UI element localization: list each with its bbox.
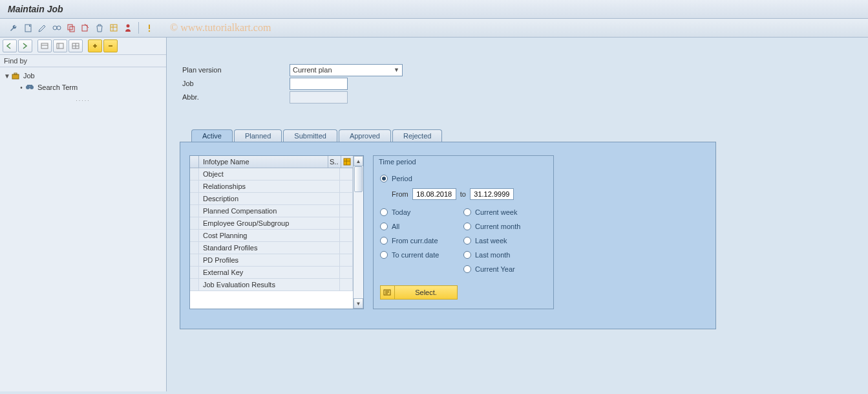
edit-icon[interactable]	[36, 21, 49, 34]
to-label: to	[460, 190, 466, 198]
table-row[interactable]: Cost Planning	[190, 230, 353, 242]
nav-forward-icon[interactable]	[18, 39, 32, 52]
table-header: Infotype Name S..	[190, 156, 353, 168]
svg-point-1	[53, 26, 57, 30]
header-form: Plan version Current plan ▼ Job Abbr.	[180, 63, 868, 104]
select-label: Select.	[395, 289, 457, 296]
svg-rect-25	[27, 85, 32, 86]
sidebar-tool2-icon[interactable]	[53, 39, 67, 52]
radio-from-curr-row[interactable]: From curr.date	[380, 234, 463, 248]
scroll-up-icon[interactable]: ▲	[354, 156, 363, 166]
table-row[interactable]: Object	[190, 168, 353, 181]
plan-version-dropdown[interactable]: Current plan ▼	[290, 64, 403, 76]
radio-curr-week-row[interactable]: Current week	[463, 205, 547, 219]
radio-all-row[interactable]: All	[380, 219, 463, 234]
radio-from-curr-label: From curr.date	[392, 237, 438, 245]
radio-curr-month-label: Current month	[475, 223, 520, 230]
cell-infotype: Employee Group/Subgroup	[199, 217, 340, 229]
radio-last-month[interactable]	[463, 251, 471, 259]
radio-curr-year[interactable]	[463, 265, 471, 273]
radio-today-row[interactable]: Today	[380, 205, 463, 219]
radio-curr-month[interactable]	[463, 223, 471, 230]
radio-last-week[interactable]	[463, 237, 471, 245]
svg-rect-26	[344, 159, 350, 165]
radio-curr-week[interactable]	[463, 208, 471, 216]
sidebar-tool3-icon[interactable]	[69, 39, 83, 52]
radio-period[interactable]	[380, 175, 388, 182]
cell-infotype: Standard Profiles	[199, 242, 340, 254]
delimit-icon[interactable]	[79, 21, 92, 34]
from-label: From	[392, 190, 408, 198]
cell-infotype: Cost Planning	[199, 230, 340, 241]
radio-today[interactable]	[380, 208, 388, 216]
nav-back-icon[interactable]	[3, 39, 17, 52]
cell-infotype: Job Evaluation Results	[199, 279, 340, 290]
overview-icon[interactable]	[107, 21, 120, 34]
radio-to-curr-row[interactable]: To current date	[380, 248, 463, 262]
display-icon[interactable]	[50, 21, 63, 34]
radio-curr-year-row[interactable]: Current Year	[463, 262, 547, 276]
svg-rect-8	[111, 25, 117, 31]
radio-last-week-row[interactable]: Last week	[463, 234, 547, 248]
radio-to-curr[interactable]	[380, 251, 388, 259]
wrench-icon[interactable]	[8, 21, 21, 34]
expand-all-icon[interactable]	[88, 39, 102, 52]
tab-approved[interactable]: Approved	[339, 129, 391, 142]
sidebar-tool1-icon[interactable]	[37, 39, 52, 52]
person-icon[interactable]	[122, 21, 134, 34]
col-status[interactable]: S..	[328, 156, 341, 168]
caret-down-icon[interactable]: ▼	[4, 72, 10, 80]
sidebar: Find by ▼ Job • Search Term ·····	[0, 38, 167, 391]
main-content: Plan version Current plan ▼ Job Abbr.	[167, 38, 868, 391]
col-infotype-name[interactable]: Infotype Name	[199, 156, 328, 168]
radio-from-curr[interactable]	[380, 237, 388, 245]
radio-period-row[interactable]: Period	[380, 171, 547, 186]
execute-icon	[381, 286, 395, 299]
tree-node-job[interactable]: ▼ Job	[4, 70, 162, 82]
table-row[interactable]: Employee Group/Subgroup	[190, 217, 353, 230]
radio-curr-month-row[interactable]: Current month	[463, 219, 547, 234]
tab-rejected[interactable]: Rejected	[392, 129, 442, 142]
job-icon	[10, 71, 21, 80]
radio-last-month-row[interactable]: Last month	[463, 248, 547, 262]
scrollbar[interactable]: ▲ ▼	[353, 156, 363, 309]
table-row[interactable]: Job Evaluation Results	[190, 279, 353, 291]
table-row[interactable]: Standard Profiles	[190, 242, 353, 254]
to-date-input[interactable]	[470, 188, 514, 200]
radio-all[interactable]	[380, 223, 388, 230]
table-row[interactable]: Relationships	[190, 181, 353, 193]
tab-active[interactable]: Active	[191, 129, 233, 142]
table-row[interactable]: External Key	[190, 267, 353, 279]
table-row[interactable]: Planned Compensation	[190, 205, 353, 217]
svg-point-2	[57, 26, 61, 30]
table-settings-icon[interactable]	[341, 156, 353, 168]
tab-submitted[interactable]: Submitted	[283, 129, 337, 142]
job-input[interactable]	[290, 78, 348, 90]
scroll-down-icon[interactable]: ▼	[354, 298, 363, 309]
radio-to-curr-label: To current date	[392, 251, 439, 259]
select-button[interactable]: Select.	[380, 285, 458, 300]
tabstrip: Active Planned Submitted Approved Reject…	[180, 129, 868, 329]
scroll-track[interactable]	[354, 166, 363, 298]
radio-period-label: Period	[392, 175, 412, 182]
tab-panel: Infotype Name S.. Object Relationships D…	[180, 142, 716, 329]
delete-icon[interactable]	[93, 21, 106, 34]
from-date-input[interactable]	[412, 188, 456, 200]
resize-handle[interactable]: ·····	[0, 96, 166, 105]
tab-planned[interactable]: Planned	[234, 129, 282, 142]
radio-curr-year-label: Current Year	[475, 265, 515, 273]
scroll-thumb[interactable]	[354, 166, 363, 192]
new-icon[interactable]	[22, 21, 35, 34]
plan-version-value: Current plan	[293, 66, 332, 74]
table-row[interactable]: Description	[190, 193, 353, 205]
tree-node-search-term[interactable]: • Search Term	[18, 82, 162, 93]
collapse-all-icon[interactable]	[103, 39, 118, 52]
svg-line-7	[85, 24, 89, 28]
radio-last-week-label: Last week	[475, 237, 507, 245]
table-row[interactable]: PD Profiles	[190, 254, 353, 267]
abbr-label: Abbr.	[180, 92, 290, 102]
info-icon[interactable]	[143, 21, 156, 34]
copy-icon[interactable]	[65, 21, 78, 34]
tree-node-label: Search Term	[37, 83, 78, 91]
bullet-icon: •	[18, 84, 25, 91]
